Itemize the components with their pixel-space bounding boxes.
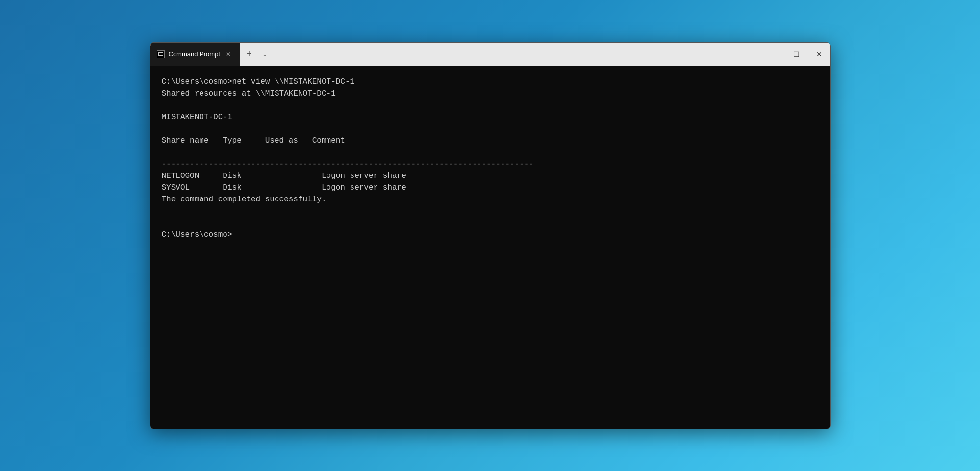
terminal-output[interactable]: C:\Users\cosmo>net view \\MISTAKENOT-DC-… (150, 66, 830, 429)
close-button[interactable]: ✕ (808, 43, 830, 66)
tab-dropdown-button[interactable]: ⌄ (258, 43, 272, 66)
tab-area: Command Prompt ✕ + ⌄ (150, 43, 763, 66)
minimize-button[interactable]: — (763, 43, 785, 66)
terminal-text: C:\Users\cosmo>net view \\MISTAKENOT-DC-… (162, 76, 819, 241)
new-tab-button[interactable]: + (240, 43, 258, 66)
tab-title: Command Prompt (169, 50, 220, 58)
tab-command-prompt[interactable]: Command Prompt ✕ (150, 43, 240, 66)
cmd-icon (157, 50, 165, 58)
titlebar: Command Prompt ✕ + ⌄ — ☐ ✕ (150, 43, 830, 66)
window-controls: — ☐ ✕ (763, 43, 830, 66)
tab-close-button[interactable]: ✕ (224, 50, 233, 58)
maximize-button[interactable]: ☐ (785, 43, 808, 66)
terminal-window: Command Prompt ✕ + ⌄ — ☐ ✕ C:\Users\cosm… (150, 42, 831, 429)
